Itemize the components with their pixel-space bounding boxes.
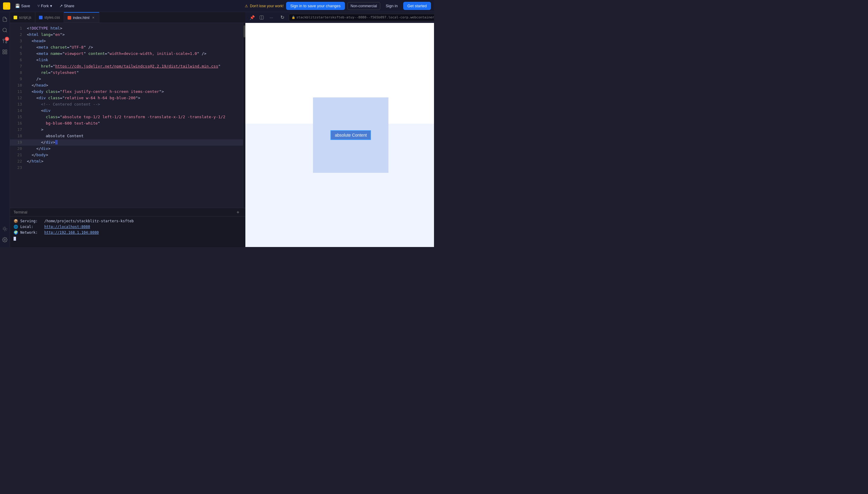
top-bar: ⚡ 💾 Save ⑂ Fork ▾ ↗ Share ⚠ Don't lose y… — [0, 0, 434, 12]
terminal-serving-path: /home/projects/stackblitz-starters-ksfte… — [44, 219, 134, 223]
code-line-16: 16 bg-blue-600 text-white" — [10, 120, 243, 127]
sidebar-git-button[interactable]: 1 — [0, 36, 10, 46]
code-line-11: 11 <body class="flex justify-center h-sc… — [10, 89, 243, 95]
svg-line-1 — [6, 31, 7, 32]
top-bar-right: Non-commercial Sign in Get started — [347, 2, 431, 10]
sidebar-files-button[interactable] — [0, 15, 10, 24]
svg-rect-6 — [5, 50, 7, 51]
share-button[interactable]: ↗ Share — [57, 2, 77, 10]
terminal-cursor — [14, 237, 16, 241]
js-file-icon — [14, 16, 17, 19]
code-line-15: 15 class="absolute top-1/2 left-1/2 tran… — [10, 114, 243, 120]
non-commercial-button[interactable]: Non-commercial — [347, 2, 380, 10]
svg-rect-8 — [3, 53, 4, 54]
sidebar-search-button[interactable] — [0, 25, 10, 35]
fork-chevron-icon: ▾ — [50, 4, 52, 8]
warn-text: Don't lose your work! — [250, 4, 284, 8]
code-line-6: 6 <link — [10, 57, 243, 63]
code-line-17: 17 > — [10, 127, 243, 133]
preview-pin-button[interactable]: 📌 — [248, 13, 256, 22]
code-line-9: 9 /> — [10, 76, 243, 82]
sidebar-theme-button[interactable] — [0, 224, 10, 234]
terminal-title: Terminal — [14, 210, 27, 214]
code-line-22: 22 </html> — [10, 158, 243, 165]
terminal-serving-label: Serving: — [20, 219, 42, 223]
code-line-8: 8 rel="stylesheet" — [10, 70, 243, 76]
code-line-13: 13 <!-- Centered content --> — [10, 101, 243, 108]
preview-refresh-button[interactable]: ↻ — [278, 13, 287, 22]
terminal-add-button[interactable]: + — [234, 208, 242, 216]
preview-toolbar-left: 📌 ··· — [248, 13, 276, 22]
save-button[interactable]: 💾 Save — [13, 2, 33, 10]
svg-rect-7 — [5, 53, 7, 54]
html-file-icon — [68, 16, 71, 20]
terminal-header: Terminal + — [10, 208, 245, 216]
top-bar-center: ⚠ Don't lose your work! Sign in to save … — [245, 2, 345, 10]
preview-split-button[interactable] — [257, 13, 266, 22]
code-line-10: 10 </head> — [10, 82, 243, 89]
svg-point-16 — [4, 239, 6, 241]
preview-more-button[interactable]: ··· — [267, 13, 276, 22]
terminal-local-label: Local: — [20, 225, 42, 229]
address-url: stackblitzstartersksfteb-atuy--8080--f56… — [296, 15, 434, 19]
sign-in-save-button[interactable]: Sign in to save your changes — [286, 2, 345, 10]
bolt-icon[interactable]: ⚡ — [3, 2, 10, 10]
css-file-icon — [39, 16, 42, 19]
terminal-body: 📦 Serving: /home/projects/stackblitz-sta… — [10, 216, 245, 243]
code-line-12: 12 <div class="relative w-64 h-64 bg-blu… — [10, 95, 243, 101]
get-started-button[interactable]: Get started — [403, 2, 431, 10]
warn-banner: ⚠ Don't lose your work! — [245, 4, 284, 8]
code-line-21: 21 </body> — [10, 152, 243, 158]
svg-line-12 — [3, 227, 3, 227]
svg-point-0 — [3, 28, 6, 32]
preview-toolbar: 📌 ··· ↻ 🔒 stackblitzstartersksfteb-atuy-… — [245, 12, 434, 23]
tab-styles-css[interactable]: styles.css — [35, 12, 64, 23]
code-line-20: 20 </div> — [10, 146, 243, 152]
preview-absolute-content: absolute Content — [331, 130, 371, 140]
terminal-network-url: http://192.168.1.104:8080 — [44, 230, 99, 235]
preview-blue-box: absolute Content — [313, 97, 388, 173]
git-badge: 1 — [5, 37, 9, 41]
svg-point-2 — [5, 42, 7, 43]
code-line-4: 4 <meta charset="UTF-8" /> — [10, 44, 243, 51]
tab-script-js-label: script.js — [19, 15, 31, 20]
tab-index-html-label: index.html — [73, 16, 90, 20]
tab-styles-css-label: styles.css — [44, 15, 60, 20]
address-bar[interactable]: 🔒 stackblitzstartersksfteb-atuy--8080--f… — [289, 14, 434, 21]
sign-in-button[interactable]: Sign in — [383, 2, 401, 10]
terminal-local-line: 🌐 Local: http://localhost:8080 — [14, 224, 242, 230]
main-layout: 1 — [0, 12, 434, 247]
preview-content: absolute Content — [245, 23, 434, 247]
terminal-prompt-line — [14, 236, 242, 242]
terminal-network-line: 🌍 Network: http://192.168.1.104:8080 — [14, 230, 242, 235]
terminal: Terminal + 📦 Serving: /home/projects/sta… — [10, 208, 245, 247]
file-tabs: script.js styles.css index.html ✕ — [10, 12, 245, 23]
share-icon: ↗ — [59, 4, 63, 8]
code-line-3: 3 <head> — [10, 38, 243, 44]
fork-button[interactable]: ⑂ Fork ▾ — [35, 2, 55, 10]
code-line-1: 1 <!DOCTYPE html> — [10, 25, 243, 32]
sidebar-extensions-button[interactable] — [0, 47, 10, 57]
preview-pane: 📌 ··· ↻ 🔒 stackblitzstartersksfteb-atuy-… — [245, 12, 434, 247]
lock-icon: 🔒 — [292, 16, 295, 19]
tab-script-js[interactable]: script.js — [10, 12, 35, 23]
code-line-14: 14 <div — [10, 108, 243, 114]
terminal-network-label: Network: — [20, 230, 42, 235]
sidebar-settings-button[interactable] — [0, 235, 10, 245]
top-bar-left: ⚡ 💾 Save ⑂ Fork ▾ ↗ Share — [3, 2, 242, 10]
code-line-5: 5 <meta name="viewport" content="width=d… — [10, 51, 243, 57]
svg-line-13 — [6, 230, 7, 231]
code-line-18: 18 absolute Content — [10, 133, 243, 139]
terminal-serving-line: 📦 Serving: /home/projects/stackblitz-sta… — [14, 218, 242, 224]
tab-index-html[interactable]: index.html ✕ — [64, 12, 99, 23]
code-line-7: 7 href="https://cdn.jsdelivr.net/npm/tai… — [10, 63, 243, 70]
svg-rect-5 — [3, 50, 4, 51]
close-tab-icon[interactable]: ✕ — [91, 16, 95, 20]
warn-icon: ⚠ — [245, 4, 248, 8]
terminal-local-url: http://localhost:8080 — [44, 225, 90, 229]
editor-scrollbar[interactable] — [243, 23, 245, 208]
code-editor[interactable]: 1 <!DOCTYPE html> 2 <html lang="en"> 3 <… — [10, 23, 243, 208]
svg-point-3 — [3, 39, 4, 40]
sidebar: 1 — [0, 12, 10, 247]
svg-point-9 — [4, 228, 6, 230]
